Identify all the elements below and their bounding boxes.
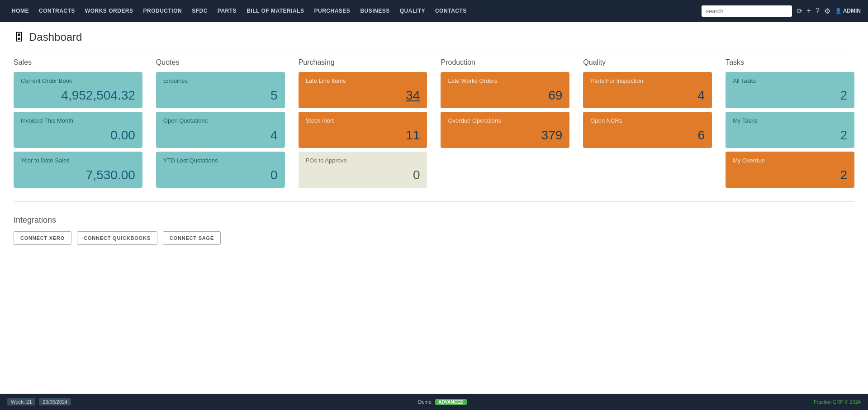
card-label: Parts For Inspection <box>590 77 705 84</box>
card-value: 4 <box>590 88 705 103</box>
card-label: Open NCRs <box>590 117 705 124</box>
card-label: Open Quotations <box>163 117 278 124</box>
card-value: 2 <box>733 128 847 143</box>
nav-link-production[interactable]: PRODUCTION <box>139 1 187 20</box>
card-ytd-lost-quotations[interactable]: YTD Lost Quotations 0 <box>156 152 285 188</box>
card-label: Current Order Book <box>21 77 135 84</box>
user-menu[interactable]: 👤 ADMIN <box>835 8 861 14</box>
card-my-overdue[interactable]: My Overdue 2 <box>726 152 854 188</box>
nav-link-bill-of-materials[interactable]: BILL OF MATERIALS <box>242 1 308 20</box>
card-open-quotations[interactable]: Open Quotations 4 <box>156 112 285 148</box>
date-badge: 23/05/2024 <box>39 398 71 405</box>
nav-link-works-orders[interactable]: WORKS ORDERS <box>81 1 138 20</box>
card-label: Overdue Operations <box>448 117 562 124</box>
nav-link-sfdc[interactable]: SFDC <box>187 1 212 20</box>
nav-link-parts[interactable]: PARTS <box>213 1 241 20</box>
refresh-icon[interactable]: ⟳ <box>797 7 802 15</box>
user-icon: 👤 <box>835 8 842 14</box>
nav-link-contacts[interactable]: CONTACTS <box>431 1 471 20</box>
card-value: 0 <box>306 168 420 182</box>
week-badge: Week: 21 <box>7 398 35 405</box>
card-my-tasks[interactable]: My Tasks 2 <box>726 112 854 148</box>
section-production: Production Late Works Orders 69 Overdue … <box>441 58 569 188</box>
page-content: 🎛 Dashboard Sales Current Order Book 4,9… <box>0 22 868 394</box>
card-label: Invoiced This Month <box>21 117 135 124</box>
card-value: 5 <box>163 88 278 103</box>
footer-right: Fraction ERP © 2024 <box>814 399 861 405</box>
footer-center: Demo ADVANCED <box>418 399 467 405</box>
card-value: 6 <box>590 128 705 143</box>
main-nav: HOMECONTRACTSWORKS ORDERSPRODUCTIONSFDCP… <box>0 0 868 22</box>
connect-sage-button[interactable]: CONNECT SAGE <box>163 231 221 245</box>
card-label: My Overdue <box>733 157 847 164</box>
card-value: 69 <box>448 88 562 103</box>
card-label: My Tasks <box>733 117 847 124</box>
tasks-card-grid: All Tasks 2 My Tasks 2 My Overdue 2 <box>726 72 854 188</box>
card-value: 379 <box>448 128 562 143</box>
card-value: 4,952,504.32 <box>21 88 135 103</box>
advanced-badge: ADVANCED <box>435 399 467 405</box>
section-tasks: Tasks All Tasks 2 My Tasks 2 My Overdue … <box>726 58 854 188</box>
card-open-ncrs[interactable]: Open NCRs 6 <box>583 112 712 148</box>
card-value: 0 <box>163 168 278 182</box>
dashboard-icon: 🎛 <box>14 31 24 43</box>
card-label: Enquiries <box>163 77 278 84</box>
card-value: 4 <box>163 128 278 143</box>
card-enquiries[interactable]: Enquiries 5 <box>156 72 285 108</box>
settings-icon[interactable]: ⚙ <box>824 7 830 15</box>
nav-link-purchases[interactable]: PURCHASES <box>310 1 355 20</box>
card-value: 7,530.00 <box>21 168 135 182</box>
page-title-row: 🎛 Dashboard <box>14 31 854 49</box>
quotes-card-grid: Enquiries 5 Open Quotations 4 YTD Lost Q… <box>156 72 285 188</box>
card-year-to-date-sales[interactable]: Year to Date Sales 7,530.00 <box>14 152 142 188</box>
tasks-section-title: Tasks <box>726 58 854 67</box>
nav-link-business[interactable]: BUSINESS <box>356 1 394 20</box>
production-section-title: Production <box>441 58 569 67</box>
card-late-works-orders[interactable]: Late Works Orders 69 <box>441 72 569 108</box>
help-icon[interactable]: ? <box>816 7 820 15</box>
brand-label: Fraction ERP <box>814 399 843 405</box>
nav-links: HOMECONTRACTSWORKS ORDERSPRODUCTIONSFDCP… <box>7 1 702 20</box>
add-icon[interactable]: + <box>807 7 811 15</box>
footer-left: Week: 21 23/05/2024 <box>7 398 71 405</box>
quotes-section-title: Quotes <box>156 58 285 67</box>
card-invoiced-this-month[interactable]: Invoiced This Month 0.00 <box>14 112 142 148</box>
quality-card-grid: Parts For Inspection 4 Open NCRs 6 <box>583 72 712 148</box>
card-value: 2 <box>733 168 847 182</box>
card-label: YTD Lost Quotations <box>163 157 278 164</box>
card-pos-to-approve[interactable]: POs to Approve 0 <box>299 152 427 188</box>
page-title: Dashboard <box>29 31 82 43</box>
late-line-items-link[interactable]: 34 <box>406 88 420 102</box>
connect-xero-button[interactable]: CONNECT XERO <box>14 231 71 245</box>
sections-row: Sales Current Order Book 4,952,504.32 In… <box>14 58 854 202</box>
section-quotes: Quotes Enquiries 5 Open Quotations 4 YTD… <box>156 58 285 188</box>
nav-link-home[interactable]: HOME <box>7 1 33 20</box>
year-label: © 2024 <box>844 399 861 405</box>
card-label: POs to Approve <box>306 157 420 164</box>
purchasing-section-title: Purchasing <box>299 58 427 67</box>
card-label: All Tasks <box>733 77 847 84</box>
demo-label: Demo <box>418 399 432 405</box>
integrations-buttons: CONNECT XERO CONNECT QUICKBOOKS CONNECT … <box>14 231 854 245</box>
section-purchasing: Purchasing Late Line Items 34 Stock Aler… <box>299 58 427 188</box>
card-value: 34 <box>306 88 420 103</box>
card-all-tasks[interactable]: All Tasks 2 <box>726 72 854 108</box>
card-value: 2 <box>733 88 847 103</box>
card-current-order-book[interactable]: Current Order Book 4,952,504.32 <box>14 72 142 108</box>
card-late-line-items[interactable]: Late Line Items 34 <box>299 72 427 108</box>
sales-section-title: Sales <box>14 58 142 67</box>
card-parts-for-inspection[interactable]: Parts For Inspection 4 <box>583 72 712 108</box>
nav-link-quality[interactable]: QUALITY <box>395 1 430 20</box>
card-stock-alert[interactable]: Stock Alert 11 <box>299 112 427 148</box>
sales-card-grid: Current Order Book 4,952,504.32 Invoiced… <box>14 72 142 188</box>
integrations-title: Integrations <box>14 215 854 225</box>
search-input[interactable] <box>702 5 792 17</box>
connect-quickbooks-button[interactable]: CONNECT QUICKBOOKS <box>77 231 157 245</box>
integrations-section: Integrations CONNECT XERO CONNECT QUICKB… <box>14 215 854 245</box>
card-value: 11 <box>306 128 420 143</box>
nav-link-contracts[interactable]: CONTRACTS <box>34 1 80 20</box>
footer: Week: 21 23/05/2024 Demo ADVANCED Fracti… <box>0 394 868 410</box>
nav-right: ⟳ + ? ⚙ 👤 ADMIN <box>702 5 861 17</box>
card-label: Year to Date Sales <box>21 157 135 164</box>
card-overdue-operations[interactable]: Overdue Operations 379 <box>441 112 569 148</box>
